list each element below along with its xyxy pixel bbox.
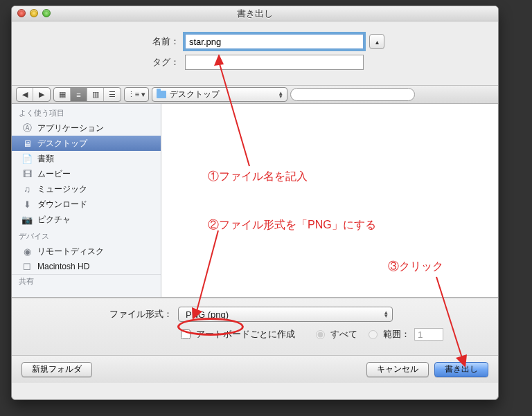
sidebar-item-movies[interactable]: 🎞ムービー [12,166,161,181]
sidebar-item-documents[interactable]: 📄書類 [12,151,161,166]
sidebar-header-favorites: よく使う項目 [12,104,161,120]
export-dialog: 書き出し 名前： ▴ タグ： ◀ ▶ ▦ ≡ ▥ ☰ ⋮≡ ▾ デスクトップ [11,6,499,400]
dialog-footer: 新規フォルダ キャンセル 書き出し [12,355,498,383]
file-list[interactable] [161,104,498,297]
sidebar-header-devices: デバイス [12,227,161,244]
view-mode-segment: ▦ ≡ ▥ ☰ [53,87,121,102]
new-folder-button[interactable]: 新規フォルダ [21,362,92,377]
icon-view-button[interactable]: ▦ [54,88,71,101]
sidebar-item-downloads[interactable]: ⬇ダウンロード [12,197,161,212]
hdd-icon: ☐ [21,261,33,272]
options-panel: ファイル形式： PNG (png) ▴▾ アートボードごとに作成 すべて 範囲： [12,298,498,355]
sidebar-item-macintosh-hd[interactable]: ☐Macintosh HD [12,259,161,274]
radio-range[interactable] [369,330,378,339]
sidebar-item-applications[interactable]: Ⓐアプリケーション [12,120,161,136]
traffic-lights [17,9,51,17]
folder-icon [157,91,166,98]
sidebar-item-pictures[interactable]: 📷ピクチャ [12,212,161,227]
back-button[interactable]: ◀ [17,88,33,101]
format-label: ファイル形式： [26,308,178,320]
window-title: 書き出し [237,8,273,20]
tag-input[interactable] [185,55,364,70]
sidebar-item-remote-disk[interactable]: ◉リモートディスク [12,244,161,259]
sidebar-header-shared: 共有 [12,274,161,285]
search-input[interactable] [290,88,415,101]
range-radio-group: すべて 範囲： [309,328,443,341]
titlebar: 書き出し [12,6,498,21]
list-view-button[interactable]: ≡ [71,88,87,101]
sidebar-item-label: デスクトップ [37,138,87,150]
sidebar-item-label: Macintosh HD [37,262,89,271]
sidebar-item-label: 書類 [37,153,54,165]
documents-icon: 📄 [21,153,33,164]
coverflow-view-button[interactable]: ☰ [104,88,121,101]
per-artboard-label: アートボードごとに作成 [196,328,295,341]
sidebar-item-label: ムービー [37,168,71,180]
tag-label: タグ： [26,56,185,69]
per-artboard-checkbox[interactable]: アートボードごとに作成 [178,327,295,341]
zoom-icon[interactable] [42,9,51,17]
sidebar-item-label: ピクチャ [37,214,71,226]
location-popup[interactable]: デスクトップ ▴▾ [152,87,287,102]
export-button[interactable]: 書き出し [434,362,488,377]
sidebar-item-label: ミュージック [37,183,87,195]
forward-button[interactable]: ▶ [33,88,50,101]
radio-range-label: 範囲： [383,328,410,341]
file-browser: よく使う項目 Ⓐアプリケーション 🖥デスクトップ 📄書類 🎞ムービー ♫ミュージ… [12,104,498,298]
name-label: 名前： [26,35,185,48]
sidebar-item-label: アプリケーション [37,123,104,134]
pictures-icon: 📷 [21,214,33,225]
updown-icon: ▴▾ [384,311,388,318]
disc-icon: ◉ [21,246,33,257]
name-tag-area: 名前： ▴ タグ： [12,21,498,85]
file-format-value: PNG (png) [186,309,229,320]
close-icon[interactable] [17,9,26,17]
arrange-icon: ⋮≡ ▾ [125,88,148,101]
search-wrap: 🔍 [290,88,443,101]
nav-back-forward: ◀ ▶ [16,87,51,102]
radio-all-label: すべて [330,328,357,341]
sidebar-item-label: リモートディスク [37,246,104,257]
movies-icon: 🎞 [21,168,33,179]
minimize-icon[interactable] [30,9,38,17]
finder-toolbar: ◀ ▶ ▦ ≡ ▥ ☰ ⋮≡ ▾ デスクトップ ▴▾ 🔍 [12,85,498,104]
file-format-popup[interactable]: PNG (png) ▴▾ [178,307,393,322]
checkbox-icon[interactable] [181,329,190,339]
location-label: デスクトップ [170,89,220,100]
applications-icon: Ⓐ [21,123,33,134]
expand-toggle-button[interactable]: ▴ [369,34,384,49]
column-view-button[interactable]: ▥ [87,88,104,101]
sidebar-item-label: ダウンロード [37,199,87,210]
cancel-button[interactable]: キャンセル [366,362,429,377]
radio-all[interactable] [316,330,325,339]
updown-icon: ▴▾ [279,91,283,98]
sidebar-item-desktop[interactable]: 🖥デスクトップ [12,136,161,151]
sidebar-item-music[interactable]: ♫ミュージック [12,181,161,197]
downloads-icon: ⬇ [21,199,33,210]
sidebar: よく使う項目 Ⓐアプリケーション 🖥デスクトップ 📄書類 🎞ムービー ♫ミュージ… [12,104,161,297]
filename-input[interactable] [185,34,364,49]
range-input[interactable] [414,328,443,341]
music-icon: ♫ [21,183,33,195]
arrange-menu[interactable]: ⋮≡ ▾ [124,87,149,102]
desktop-icon: 🖥 [21,138,33,149]
